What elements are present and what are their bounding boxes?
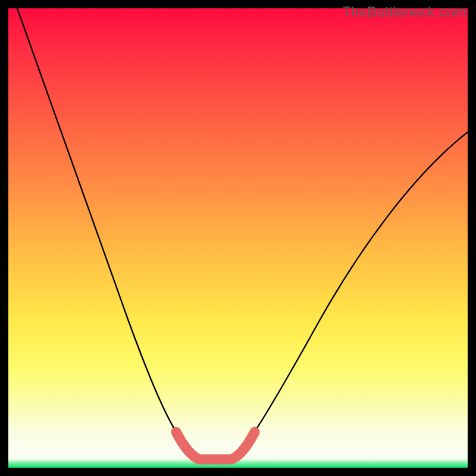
valley-highlight <box>176 432 255 459</box>
chart-frame: TheBottleneck.com <box>0 0 476 476</box>
watermark-text: TheBottleneck.com <box>342 4 466 20</box>
chart-svg <box>8 8 468 468</box>
bottleneck-curve <box>17 8 468 459</box>
